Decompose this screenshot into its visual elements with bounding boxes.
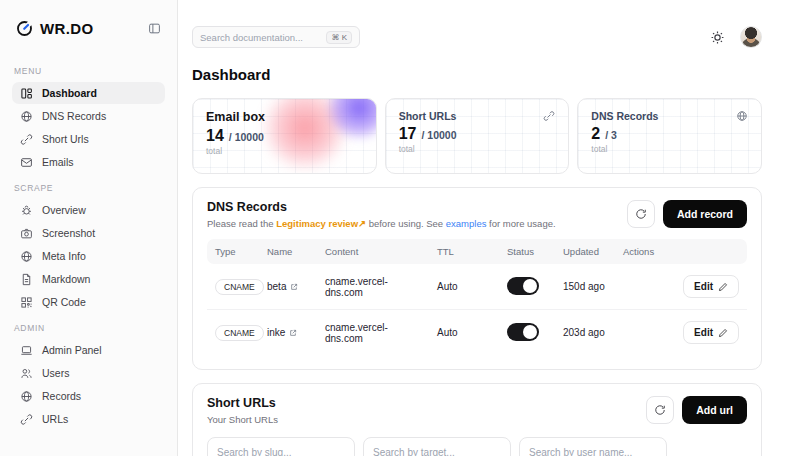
edit-button[interactable]: Edit [683, 275, 739, 298]
col-header-status: Status [499, 239, 555, 264]
sidebar: WR.DO MENU Dashboard [0, 0, 178, 456]
examples-link[interactable]: examples [446, 218, 487, 229]
sidebar-section-menu: MENU Dashboard DNS Records [12, 66, 165, 173]
doc-search-input[interactable] [200, 32, 320, 43]
doc-search[interactable]: ⌘ K [192, 26, 360, 48]
sidebar-item-short-urls[interactable]: Short Urls [12, 128, 165, 150]
sidebar-item-meta-info[interactable]: Meta Info [12, 245, 165, 267]
sidebar-item-users[interactable]: Users [12, 362, 165, 384]
dns-panel-title: DNS Records [207, 200, 556, 214]
refresh-button[interactable] [646, 396, 674, 424]
col-header-updated: Updated [555, 239, 615, 264]
dns-panel-heading: DNS Records Please read the Legitimacy r… [207, 200, 556, 229]
sidebar-item-admin-panel[interactable]: Admin Panel [12, 339, 165, 361]
short-url-filters [207, 437, 747, 456]
globe-icon [736, 110, 748, 122]
short-urls-heading: Short URLs Your Short URLs [207, 396, 278, 425]
shortcut-badge: ⌘ K [326, 31, 352, 44]
stat-caption: total [206, 146, 363, 156]
globe-icon [20, 250, 33, 263]
sidebar-item-label: URLs [42, 413, 68, 425]
sidebar-item-label: Meta Info [42, 250, 86, 262]
stat-card-short-urls[interactable]: Short URLs 17 / 10000 total [385, 98, 570, 174]
table-row: CNAME inke cname.vercel-dns.com Auto 203… [207, 310, 747, 356]
stat-cards-row: Email box 14 / 10000 total Short URLs [192, 98, 762, 174]
stat-card-email-box[interactable]: Email box 14 / 10000 total [192, 98, 377, 174]
sidebar-item-label: DNS Records [42, 110, 106, 122]
logo-row: WR.DO [12, 0, 165, 56]
stat-caption: total [399, 144, 556, 154]
dns-records-panel: DNS Records Please read the Legitimacy r… [192, 187, 762, 370]
file-text-icon [20, 273, 33, 286]
legitimacy-review-link[interactable]: Legitimacy review↗ [276, 218, 366, 229]
stat-title: Short URLs [399, 110, 457, 122]
sidebar-item-emails[interactable]: Emails [12, 151, 165, 173]
stat-value: 2 [591, 125, 600, 143]
sidebar-item-dashboard[interactable]: Dashboard [12, 82, 165, 104]
sidebar-item-dns-records[interactable]: DNS Records [12, 105, 165, 127]
sidebar-item-records[interactable]: Records [12, 385, 165, 407]
sidebar-item-overview[interactable]: Overview [12, 199, 165, 221]
record-content: cname.vercel-dns.com [317, 264, 429, 310]
globe-icon [20, 110, 33, 123]
col-header-ttl: TTL [429, 239, 499, 264]
sidebar-item-urls[interactable]: URLs [12, 408, 165, 430]
sidebar-item-qr-code[interactable]: QR Code [12, 291, 165, 313]
short-urls-title: Short URLs [207, 396, 278, 410]
sidebar-item-label: Records [42, 390, 81, 402]
search-by-target-input[interactable] [363, 437, 511, 456]
sidebar-item-label: Screenshot [42, 227, 95, 239]
theme-toggle-sun-icon[interactable] [710, 30, 725, 45]
page-title: Dashboard [192, 66, 762, 83]
edit-button[interactable]: Edit [683, 321, 739, 344]
sidebar-collapse-icon[interactable] [148, 22, 161, 35]
table-header-row: Type Name Content TTL Status Updated Act… [207, 239, 747, 264]
stat-title: Email box [206, 110, 265, 124]
external-link-icon [290, 283, 298, 291]
status-toggle[interactable] [507, 277, 539, 295]
pencil-icon [718, 282, 728, 292]
sidebar-item-label: Admin Panel [42, 344, 102, 356]
col-header-content: Content [317, 239, 429, 264]
section-label: MENU [14, 66, 163, 76]
external-link-icon [289, 329, 297, 337]
sidebar-item-markdown[interactable]: Markdown [12, 268, 165, 290]
record-name-link[interactable]: beta [267, 281, 309, 292]
qr-code-icon [20, 296, 33, 309]
stat-value: 14 [206, 127, 224, 145]
sidebar-item-label: QR Code [42, 296, 86, 308]
camera-icon [20, 227, 33, 240]
col-header-actions: Actions [615, 239, 747, 264]
users-icon [20, 367, 33, 380]
laptop-icon [20, 344, 33, 357]
user-avatar[interactable] [740, 26, 762, 48]
refresh-button[interactable] [627, 200, 655, 228]
topbar-actions [710, 26, 762, 48]
record-name-link[interactable]: inke [267, 327, 309, 338]
record-content: cname.vercel-dns.com [317, 310, 429, 356]
record-updated: 203d ago [555, 310, 615, 356]
dns-panel-subtitle: Please read the Legitimacy review↗ befor… [207, 218, 556, 229]
sidebar-item-label: Users [42, 367, 69, 379]
add-url-button[interactable]: Add url [682, 396, 747, 424]
pencil-icon [718, 328, 728, 338]
record-ttl: Auto [429, 264, 499, 310]
add-record-button[interactable]: Add record [663, 200, 747, 228]
sidebar-item-screenshot[interactable]: Screenshot [12, 222, 165, 244]
sidebar-item-label: Dashboard [42, 87, 97, 99]
dns-records-table: Type Name Content TTL Status Updated Act… [207, 239, 747, 355]
dashboard-icon [20, 87, 33, 100]
sidebar-section-scrape: SCRAPE Overview Screenshot [12, 183, 165, 313]
brand-name: WR.DO [40, 20, 94, 37]
search-by-user-name-input[interactable] [519, 437, 667, 456]
subtitle-text: for more usage. [486, 218, 555, 229]
link-icon [20, 413, 33, 426]
stat-card-dns-records[interactable]: DNS Records 2 / 3 total [577, 98, 762, 174]
stat-limit: / 10000 [229, 131, 264, 143]
external-arrow: ↗ [358, 218, 366, 229]
search-by-slug-input[interactable] [207, 437, 355, 456]
status-toggle[interactable] [507, 323, 539, 341]
subtitle-text: Please read the [207, 218, 276, 229]
record-type-badge: CNAME [215, 279, 264, 295]
globe-icon [20, 390, 33, 403]
